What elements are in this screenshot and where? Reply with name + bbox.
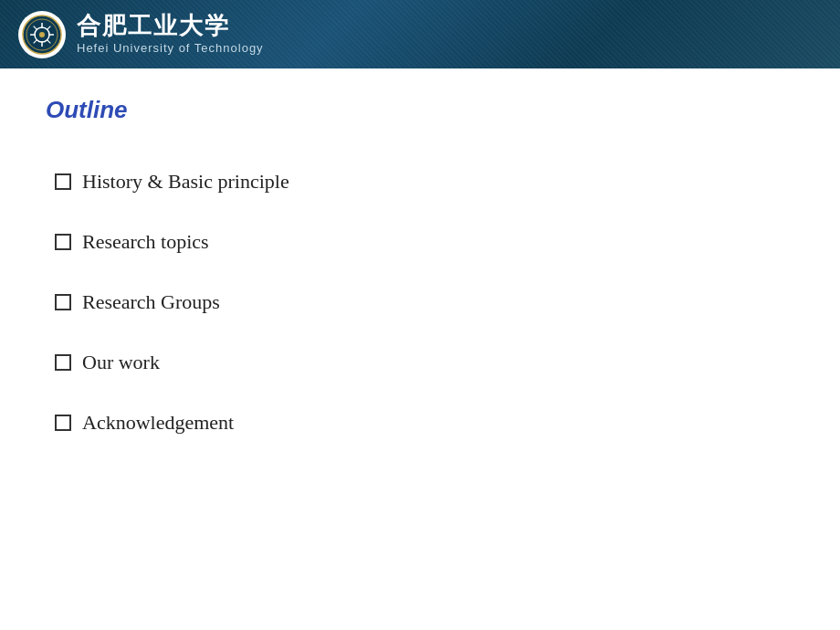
item-acknowledgement: Acknowledgement	[46, 393, 794, 453]
page-header: 合肥工业大学 Hefei University of Technology	[0, 0, 840, 68]
item-history: History & Basic principle	[46, 152, 794, 212]
university-name-english: Hefei University of Technology	[77, 41, 264, 55]
checkbox-icon	[55, 294, 71, 310]
outline-list: History & Basic principleResearch topics…	[46, 152, 794, 453]
page-title: Outline	[46, 96, 794, 124]
checkbox-icon	[55, 415, 71, 431]
item-history-label: History & Basic principle	[82, 170, 289, 194]
checkbox-icon	[55, 234, 71, 250]
item-research-topics: Research topics	[46, 212, 794, 272]
logo-text: 合肥工业大学 Hefei University of Technology	[77, 15, 264, 55]
checkbox-icon	[55, 354, 71, 371]
item-research-groups: Research Groups	[46, 272, 794, 332]
university-name-chinese: 合肥工业大学	[77, 15, 264, 38]
item-our-work-label: Our work	[82, 351, 160, 374]
item-research-topics-label: Research topics	[82, 230, 209, 254]
item-acknowledgement-label: Acknowledgement	[82, 411, 234, 435]
main-content: Outline History & Basic principleResearc…	[0, 68, 840, 480]
svg-point-3	[39, 32, 45, 37]
checkbox-icon	[55, 173, 71, 190]
logo-area: 合肥工业大学 Hefei University of Technology	[18, 11, 264, 58]
university-emblem	[18, 11, 66, 58]
item-our-work: Our work	[46, 332, 794, 393]
item-research-groups-label: Research Groups	[82, 290, 220, 314]
